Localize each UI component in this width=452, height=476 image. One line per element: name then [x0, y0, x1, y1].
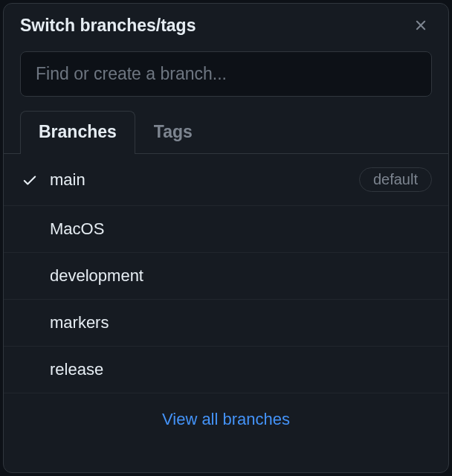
view-all-branches-link[interactable]: View all branches [162, 410, 290, 428]
tab-tags[interactable]: Tags [135, 111, 211, 154]
branch-name-label: MacOS [50, 219, 432, 239]
close-button[interactable] [410, 14, 432, 36]
branch-item-development[interactable]: development [4, 253, 448, 300]
branch-item-macos[interactable]: MacOS [4, 206, 448, 253]
branch-name-label: development [50, 266, 432, 286]
branch-item-release[interactable]: release [4, 347, 448, 393]
tab-branches[interactable]: Branches [20, 111, 135, 154]
branch-name-label: markers [50, 313, 432, 332]
popover-header: Switch branches/tags [4, 4, 448, 44]
footer: View all branches [4, 393, 448, 446]
close-icon [413, 17, 429, 33]
check-icon [20, 172, 39, 188]
branch-name-label: main [50, 170, 349, 190]
branch-list: main default MacOS development markers r… [4, 153, 448, 472]
branch-search-input[interactable] [20, 51, 432, 97]
branch-name-label: release [50, 360, 432, 379]
default-badge: default [359, 167, 432, 192]
popover-title: Switch branches/tags [20, 16, 196, 36]
search-container [4, 44, 448, 110]
tab-bar: Branches Tags [4, 110, 448, 153]
branch-item-markers[interactable]: markers [4, 300, 448, 347]
branch-item-main[interactable]: main default [4, 154, 448, 206]
branch-switcher-popover: Switch branches/tags Branches Tags main … [3, 3, 449, 473]
